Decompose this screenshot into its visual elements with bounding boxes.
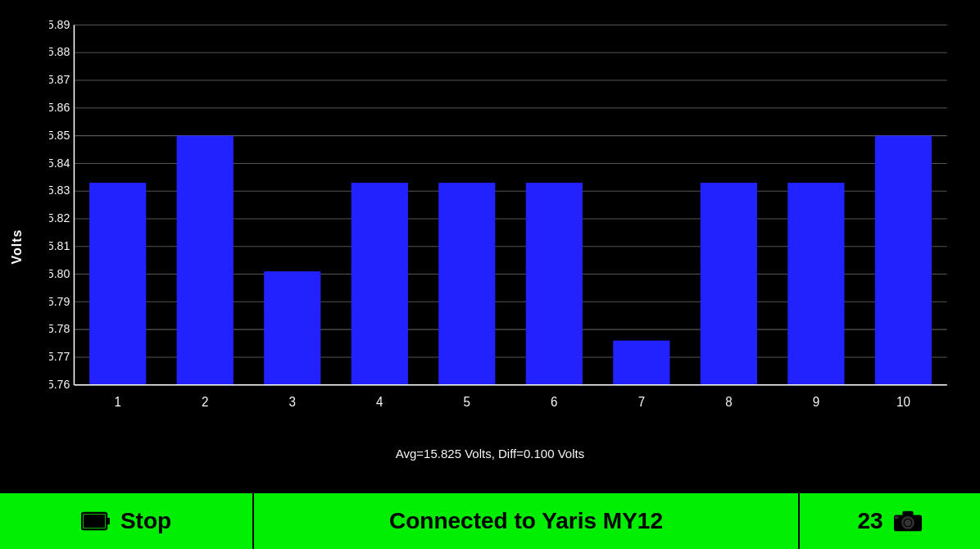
svg-rect-34 (352, 183, 408, 385)
svg-text:6: 6 (551, 395, 557, 409)
chart-area: Volts 15.7615.7715.7815.7915.8015.8115.8… (0, 0, 980, 493)
svg-rect-32 (264, 271, 320, 385)
svg-text:15.78: 15.78 (49, 322, 70, 335)
svg-rect-28 (89, 183, 146, 385)
count-display: 23 (857, 508, 882, 534)
svg-text:1: 1 (114, 395, 120, 409)
svg-text:15.82: 15.82 (49, 211, 70, 225)
svg-text:15.87: 15.87 (49, 73, 70, 86)
svg-text:3: 3 (289, 395, 296, 409)
count-section: 23 (800, 493, 980, 549)
svg-text:15.76: 15.76 (49, 378, 70, 391)
main-container: Volts 15.7615.7715.7815.7915.8015.8115.8… (0, 0, 980, 549)
battery-icon (81, 510, 111, 533)
svg-text:15.85: 15.85 (49, 129, 70, 142)
chart-caption: Avg=15.825 Volts, Diff=0.100 Volts (0, 447, 980, 461)
stop-label[interactable]: Stop (120, 508, 171, 534)
bar-chart: 15.7615.7715.7815.7915.8015.8115.8215.83… (49, 16, 964, 428)
svg-text:7: 7 (638, 395, 645, 409)
svg-text:15.80: 15.80 (49, 267, 70, 280)
svg-text:15.83: 15.83 (49, 184, 70, 197)
svg-rect-38 (526, 183, 583, 385)
svg-text:15.86: 15.86 (49, 101, 70, 114)
svg-text:15.81: 15.81 (49, 239, 70, 252)
svg-text:15.88: 15.88 (49, 45, 70, 58)
svg-text:15.77: 15.77 (49, 350, 70, 363)
svg-rect-56 (902, 511, 913, 516)
svg-rect-40 (613, 341, 669, 385)
svg-rect-57 (894, 516, 898, 519)
y-axis-label: Volts (10, 229, 25, 265)
svg-text:8: 8 (725, 395, 732, 409)
camera-icon (893, 510, 923, 533)
svg-text:2: 2 (202, 395, 208, 409)
svg-rect-36 (438, 183, 495, 385)
svg-text:5: 5 (464, 395, 470, 409)
chart-inner: 15.7615.7715.7815.7915.8015.8115.8215.83… (49, 16, 964, 428)
svg-rect-51 (107, 518, 110, 524)
svg-rect-30 (177, 136, 234, 385)
connection-section: Connected to Yaris MY12 (254, 493, 800, 549)
svg-text:10: 10 (896, 395, 910, 409)
svg-rect-42 (701, 183, 757, 385)
svg-point-55 (904, 520, 911, 527)
svg-rect-44 (787, 183, 844, 385)
svg-text:15.79: 15.79 (49, 294, 70, 307)
svg-text:4: 4 (376, 395, 383, 409)
bottom-bar: Stop Connected to Yaris MY12 23 (0, 493, 980, 549)
svg-text:15.84: 15.84 (49, 156, 70, 169)
svg-text:9: 9 (813, 395, 819, 409)
stop-section[interactable]: Stop (0, 493, 254, 549)
connection-label: Connected to Yaris MY12 (389, 508, 663, 534)
svg-rect-46 (875, 136, 932, 385)
svg-rect-52 (84, 515, 105, 528)
svg-text:15.89: 15.89 (49, 17, 70, 30)
